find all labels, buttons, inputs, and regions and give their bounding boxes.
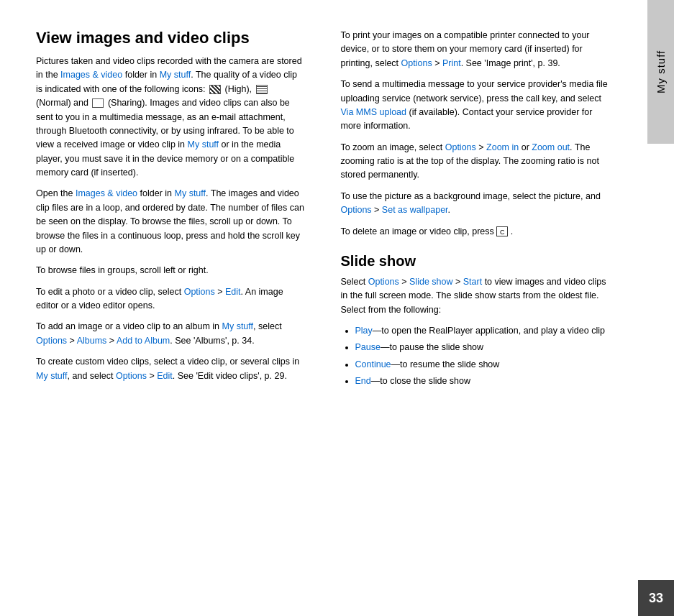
delete-key-icon: C [496,226,508,236]
left-para3: To browse files in groups, scroll left o… [36,264,305,277]
edit-link1[interactable]: Edit [225,287,241,297]
left-para5-text3: . See 'Albums', p. 34. [170,336,254,346]
slide-show-link[interactable]: Slide show [409,277,452,287]
my-stuff-link1[interactable]: My stuff [160,70,191,80]
options-link1[interactable]: Options [184,287,215,297]
left-para6-text1: To create custom video clips, select a v… [36,357,299,367]
left-para6-text3: . See 'Edit video clips', p. 29. [173,371,287,381]
options-link3[interactable]: Options [116,371,147,381]
images-video-link1[interactable]: Images & video [60,70,122,80]
right-para1: To print your images on a compatible pri… [341,29,610,70]
left-para5-gt2: > [106,336,117,346]
options-link5[interactable]: Options [445,142,476,152]
bullet1-text: —to open the RealPlayer application, and… [373,326,605,336]
bullet2-text: —to pause the slide show [381,342,483,352]
start-link[interactable]: Start [463,277,482,287]
bullet-play: Play—to open the RealPlayer application,… [355,324,610,338]
left-para2-text1: Open the [36,188,76,198]
left-para4: To edit a photo or a video clip, select … [36,285,305,313]
sidebar-label: My stuff [655,50,667,93]
slideshow-gt2: > [453,277,463,287]
left-para5: To add an image or a video clip to an al… [36,320,305,348]
left-para4-gt1: > [215,287,225,297]
right-para5-text1: To delete an image or video clip, press [341,226,494,236]
right-para5: To delete an image or video clip, press … [341,225,610,239]
slideshow-title: Slide show [341,253,610,270]
right-para5-text2: . [511,226,513,236]
pause-link[interactable]: Pause [355,342,381,352]
bullet-pause: Pause—to pause the slide show [355,341,610,354]
options-link7[interactable]: Options [368,277,399,287]
page-number: 33 [638,580,674,616]
right-para4-gt: > [372,205,382,215]
end-link[interactable]: End [355,376,371,386]
albums-link[interactable]: Albums [77,336,107,346]
content-area: View images and video clips Pictures tak… [0,0,631,616]
right-para1-gt: > [432,58,442,68]
bullet-continue: Continue—to resume the slide show [355,358,610,372]
my-stuff-link5[interactable]: My stuff [36,371,68,381]
via-mms-link[interactable]: Via MMS upload [341,107,407,117]
left-column: View images and video clips Pictures tak… [36,29,312,594]
left-para5-gt1: > [67,336,77,346]
zoom-in-link[interactable]: Zoom in [486,142,519,152]
left-para1-text2: folder in [122,70,159,80]
slideshow-gt1: > [399,277,409,287]
high-label: (High), [225,84,255,94]
normal-label: (Normal) and [36,98,91,108]
images-video-link2[interactable]: Images & video [76,188,137,198]
page-container: View images and video clips Pictures tak… [0,0,674,616]
right-para4-text2: . [448,205,450,215]
options-link4[interactable]: Options [401,58,432,68]
edit-link2[interactable]: Edit [157,371,173,381]
left-para6-gt1: > [147,371,157,381]
normal-quality-icon [256,85,268,94]
left-para2: Open the Images & video folder in My stu… [36,187,305,257]
right-sidebar: My stuff 33 [631,0,674,616]
play-link[interactable]: Play [355,326,373,336]
left-para5-text2: , select [253,321,282,331]
options-link2[interactable]: Options [36,336,67,346]
right-para2-text1: To send a multimedia message to your ser… [341,79,608,103]
bullet4-text: —to close the slide show [371,376,470,386]
bullet-end: End—to close the slide show [355,374,610,388]
zoom-out-link[interactable]: Zoom out [532,142,570,152]
my-stuff-link2[interactable]: My stuff [188,139,219,150]
add-to-album-link[interactable]: Add to Album [117,336,170,346]
left-para6-text2: , and select [68,371,116,381]
right-para3-or: or [519,142,532,152]
left-para5-text1: To add an image or a video clip to an al… [36,321,222,331]
right-para1-text2: . See 'Image print', p. 39. [461,58,560,68]
sharing-quality-icon [92,98,104,108]
my-stuff-link3[interactable]: My stuff [175,188,206,198]
right-para4-text1: To use the picture as a background image… [341,191,601,201]
print-link[interactable]: Print [442,58,461,68]
sidebar-tab-my-stuff: My stuff [647,0,674,144]
set-as-wallpaper-link[interactable]: Set as wallpaper [382,205,448,215]
slideshow-para1: Select Options > Slide show > Start to v… [341,275,610,317]
bullet3-text: —to resume the slide show [391,359,500,369]
slideshow-bullets: Play—to open the RealPlayer application,… [355,324,610,389]
my-stuff-link4[interactable]: My stuff [222,321,254,331]
left-title: View images and video clips [36,29,305,47]
right-para3: To zoom an image, select Options > Zoom … [341,141,610,183]
right-para3-text1: To zoom an image, select [341,142,445,152]
left-para4-text1: To edit a photo or a video clip, select [36,287,184,297]
right-para2: To send a multimedia message to your ser… [341,78,610,134]
left-para6: To create custom video clips, select a v… [36,355,305,383]
right-para4: To use the picture as a background image… [341,190,610,218]
options-link6[interactable]: Options [341,205,372,215]
left-para1: Pictures taken and video clips recorded … [36,55,305,180]
slideshow-text1: Select [341,277,368,287]
high-quality-icon [209,85,221,94]
continue-link[interactable]: Continue [355,359,391,369]
right-column: To print your images on a compatible pri… [334,29,610,594]
left-para2-text2: folder in [137,188,174,198]
right-para3-gt1: > [476,142,486,152]
